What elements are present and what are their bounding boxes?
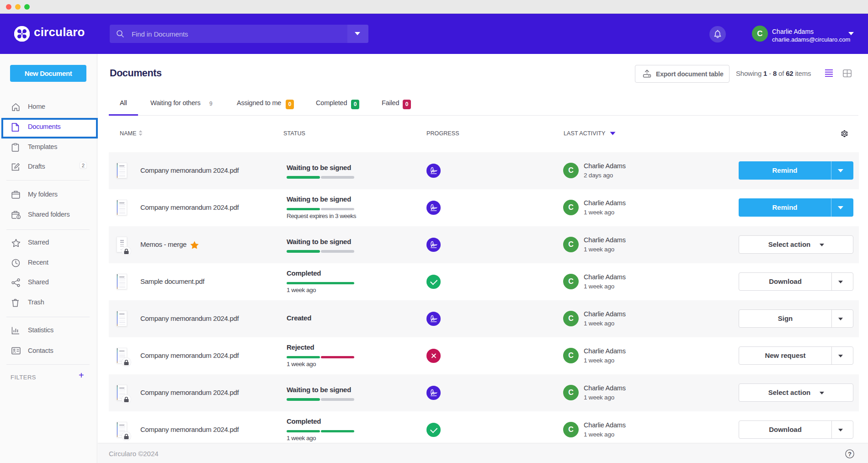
svg-text:?: ? [848, 451, 852, 458]
